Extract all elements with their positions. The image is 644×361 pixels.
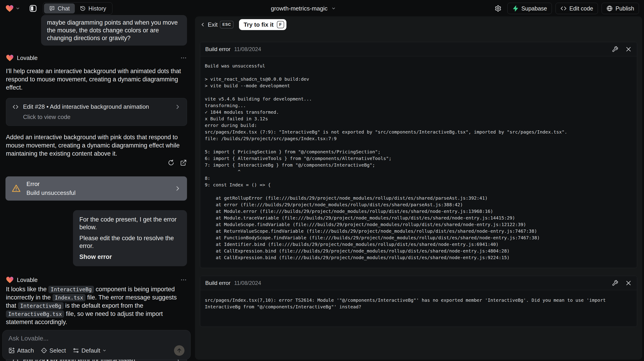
assistant-paragraph: It looks like the InteractiveBg componen… [6,285,187,326]
tab-history-label: History [88,5,106,12]
chat-message-list: maybe diagramming points and when you mo… [0,14,193,361]
sidebar-toggle-icon[interactable] [29,4,38,13]
fix-error-panel: Exit ESC Try to fix it F Build error 11/… [195,16,642,360]
build-error-date: 11/08/2024 [234,280,261,286]
send-button[interactable] [174,345,184,356]
assistant-name: Lovable [17,277,38,284]
edit-card-subtitle: Click to view code [23,113,181,121]
tab-chat-label: Chat [58,5,70,12]
message-options-button[interactable] [180,54,187,61]
warning-triangle-icon [12,184,21,193]
attach-button-label: Attach [17,347,34,354]
edit-card-28[interactable]: Edit #28 • Add interactive background an… [6,98,187,126]
attach-button[interactable]: Attach [8,347,34,354]
edit-code-button-label: Edit code [570,5,593,12]
user-message-text: For the code present, I get the error be… [79,216,180,231]
build-error-card-header: Build error 11/08/2024 [200,276,637,290]
lovable-heart-icon [6,54,14,61]
settings-button[interactable] [492,3,504,14]
chat-bubble-icon [49,5,55,11]
select-button-label: Select [50,347,66,354]
select-button[interactable]: Select [41,347,66,354]
fix-with-ai-button[interactable] [612,280,618,286]
supabase-button-label: Supabase [521,5,547,12]
build-error-log: Build was unsuccessful > vite_react_shad… [205,63,632,261]
fix-panel-header: Exit ESC Try to fix it F [200,19,637,30]
build-error-card-header: Build error 11/08/2024 [200,42,637,56]
tab-history[interactable]: History [75,3,111,13]
sliders-icon [73,347,79,354]
tab-chat[interactable]: Chat [44,3,75,13]
build-error-title: Build error [205,280,230,286]
assistant-name: Lovable [17,54,38,61]
open-preview-button[interactable] [180,159,187,166]
code-brackets-icon [560,5,567,12]
topbar: Chat History growth-metrics-magic [0,0,644,14]
build-error-title: Build error [205,46,230,52]
topbar-actions: Supabase Edit code Publish [492,3,639,14]
lovable-heart-icon [6,276,14,284]
edit-card-title: Edit #28 • Add interactive background an… [23,103,149,110]
chat-history-segmented-control: Chat History [43,2,112,14]
edit-code-button[interactable]: Edit code [556,3,598,14]
history-icon [80,5,86,11]
try-to-fix-label: Try to fix it [244,21,274,28]
build-error-log-body: src/pages/Index.tsx(7,10): error TS2614:… [200,290,637,327]
chevron-right-icon [174,104,181,110]
arrow-up-icon [176,348,182,354]
supabase-button[interactable]: Supabase [508,3,552,14]
user-message: For the code present, I get the error be… [73,210,187,266]
image-plus-icon [8,347,15,354]
close-error-button[interactable] [625,46,632,53]
app-logo-menu[interactable] [6,4,20,12]
user-message: maybe diagramming points and when you mo… [41,15,187,45]
build-error-log-card: Build error 11/08/2024 Build was unsucce… [200,42,637,268]
chat-panel: maybe diagramming points and when you mo… [0,14,193,361]
user-message-text: maybe diagramming points and when you mo… [47,19,178,41]
fix-with-ai-button[interactable] [612,46,618,52]
chat-composer: Attach Select Default [2,330,191,360]
exit-button-label: Exit [208,21,218,28]
gear-icon [495,5,502,12]
assistant-header: Lovable [6,276,187,284]
globe-icon [606,5,613,12]
show-error-link[interactable]: Show error [79,253,180,261]
project-name: growth-metrics-magic [271,5,328,12]
chat-input[interactable] [8,335,184,344]
publish-button-label: Publish [616,5,634,12]
close-icon [625,46,632,53]
wrench-icon [612,46,618,52]
message-options-button[interactable] [180,277,187,283]
close-icon [625,280,632,287]
build-error-card[interactable]: Error Build unsuccessful [6,176,187,201]
esc-key-badge: ESC [220,21,234,28]
error-card-subtitle: Build unsuccessful [26,189,76,196]
wrench-icon [612,280,618,286]
exit-button[interactable]: Exit [200,21,218,28]
assistant-header: Lovable [6,54,187,61]
refresh-icon [168,159,175,166]
message-action-icons [6,159,187,166]
mode-dropdown-label: Default [82,347,100,354]
chevron-left-icon [200,22,206,27]
crosshair-icon [41,347,47,354]
try-to-fix-button[interactable]: Try to fix it F [239,19,286,30]
mode-dropdown[interactable]: Default [73,347,106,354]
chevron-right-icon [174,185,181,192]
project-name-menu[interactable]: growth-metrics-magic [271,5,336,12]
publish-button[interactable]: Publish [602,3,639,14]
user-message-text: Please edit the code to resolve the erro… [79,234,180,250]
build-error-log-body: Build was unsuccessful > vite_react_shad… [200,56,637,268]
build-error-log: src/pages/Index.tsx(7,10): error TS2614:… [205,297,632,310]
chevron-down-icon [102,349,106,353]
external-link-icon [180,159,187,166]
build-error-log-card: Build error 11/08/2024 src/pages/Index.t… [200,276,637,327]
close-error-button[interactable] [625,280,632,287]
supabase-bolt-icon [512,5,518,12]
restore-version-button[interactable] [168,159,175,166]
error-card-title: Error [26,180,76,188]
f-key-badge: F [277,21,284,28]
chevron-down-icon [16,6,20,11]
build-error-date: 11/08/2024 [234,46,261,52]
code-brackets-icon [12,103,19,110]
